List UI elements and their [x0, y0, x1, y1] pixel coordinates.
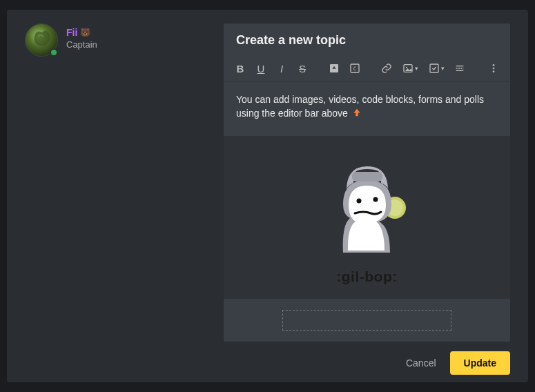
svg-text:C: C [353, 66, 356, 72]
topic-editor-panel: Fii 🐻 Captain Create a new topic B U I S [7, 10, 528, 382]
svg-rect-6 [430, 64, 438, 72]
strikethrough-icon[interactable]: S [293, 59, 312, 78]
cancel-button[interactable]: Cancel [402, 352, 440, 374]
bold-icon[interactable]: B [231, 59, 250, 78]
link-icon[interactable] [377, 59, 396, 78]
arrow-up-icon [352, 107, 362, 121]
more-options-icon[interactable] [484, 59, 503, 78]
chevron-down-icon: ▾ [415, 65, 418, 72]
author-block: Fii 🐻 Captain [25, 23, 211, 370]
svg-point-17 [373, 197, 378, 202]
editor-toolbar: B U I S C [224, 56, 510, 81]
code-block-icon[interactable]: C [345, 59, 364, 78]
user-role: Captain [66, 39, 97, 50]
emote-preview: :gil-bop: [224, 136, 510, 299]
upload-file-icon[interactable] [324, 59, 344, 78]
image-icon[interactable]: ▾ [398, 59, 422, 78]
svg-point-5 [406, 67, 407, 68]
username-text: Fii [66, 27, 77, 38]
underline-icon[interactable]: U [251, 59, 271, 78]
update-button[interactable]: Update [450, 351, 510, 375]
emote-label: :gil-bop: [336, 268, 397, 285]
svg-point-11 [493, 68, 495, 70]
italic-icon[interactable]: I [272, 59, 291, 78]
action-row: Cancel Update [224, 351, 510, 375]
caption-row [224, 299, 510, 342]
checklist-icon[interactable]: ▾ [424, 59, 449, 78]
username[interactable]: Fii 🐻 [66, 27, 90, 38]
editor-column: Create a new topic B U I S C [224, 23, 510, 370]
svg-point-12 [493, 70, 495, 72]
status-indicator [50, 48, 58, 57]
svg-rect-15 [352, 172, 382, 182]
editor-body[interactable]: You can add images, videos, code blocks,… [224, 81, 510, 135]
caption-input[interactable] [282, 310, 451, 331]
divider-icon[interactable] [450, 59, 469, 78]
user-info: Fii 🐻 Captain [66, 23, 97, 50]
editor-title: Create a new topic [224, 23, 510, 56]
editor-card: Create a new topic B U I S C [224, 23, 510, 342]
user-badge-icon: 🐻 [80, 28, 90, 37]
svg-point-16 [356, 198, 361, 203]
avatar-wrap [25, 23, 58, 57]
editor-hint: You can add images, videos, code blocks,… [236, 92, 498, 121]
emote-image [315, 153, 419, 259]
svg-point-10 [493, 64, 495, 66]
chevron-down-icon: ▾ [441, 65, 445, 72]
